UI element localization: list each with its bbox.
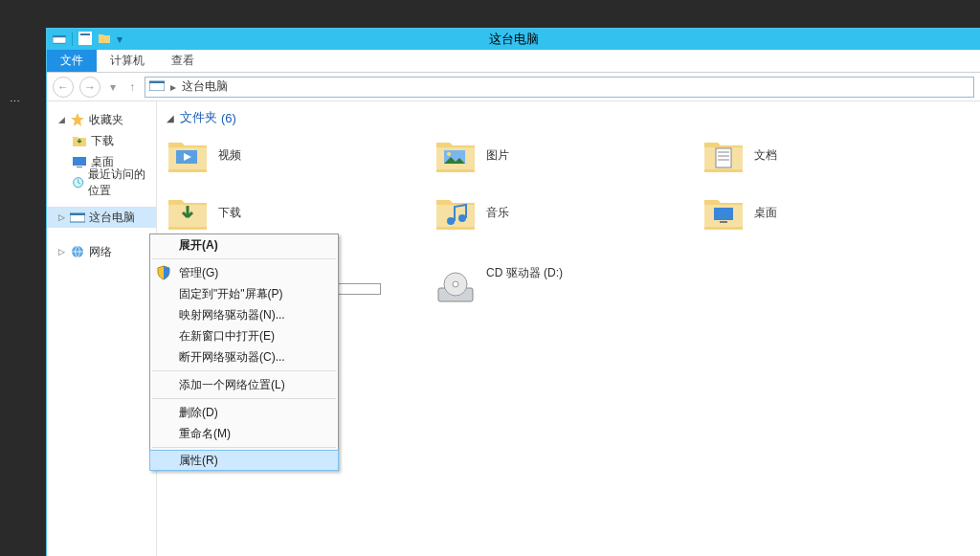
folder-label: 下载	[218, 205, 241, 221]
folder-label: 图片	[486, 147, 509, 164]
menu-item[interactable]: 管理(G)	[150, 262, 338, 283]
folder-icon	[702, 192, 745, 233]
folder-label: 文档	[754, 147, 777, 164]
folder-item[interactable]: 文档	[702, 132, 970, 178]
menu-item[interactable]: 在新窗口中打开(E)	[150, 325, 338, 346]
svg-rect-5	[149, 81, 165, 83]
menu-item-label: 固定到"开始"屏幕(P)	[179, 286, 283, 302]
sidebar-item-label: 下载	[91, 133, 114, 149]
address-bar[interactable]: ▸ 这台电脑	[145, 77, 974, 98]
breadcrumb-sep: ▸	[170, 80, 176, 94]
desktop-icon	[72, 154, 87, 169]
svg-rect-24	[720, 221, 727, 223]
menu-item[interactable]: 删除(D)	[150, 402, 338, 423]
sidebar-favorites[interactable]: ◢ 收藏夹	[47, 109, 156, 130]
system-menu-icon[interactable]	[53, 32, 66, 48]
folder-icon	[434, 135, 477, 175]
svg-rect-1	[53, 35, 66, 37]
menu-item-label: 删除(D)	[179, 405, 218, 421]
folder-label: 桌面	[754, 205, 777, 221]
menu-separator	[152, 398, 336, 399]
menu-item-label: 展开(A)	[179, 237, 218, 254]
folder-item[interactable]: 音乐	[434, 189, 702, 235]
svg-rect-3	[80, 33, 90, 35]
menu-item[interactable]: 固定到"开始"屏幕(P)	[150, 283, 338, 304]
ribbon-tab-computer[interactable]: 计算机	[97, 50, 158, 72]
menu-item[interactable]: 属性(R)	[149, 450, 339, 471]
folder-item[interactable]: 图片	[434, 132, 702, 178]
folder-item[interactable]: 视频	[167, 132, 434, 178]
menu-separator	[152, 447, 336, 448]
drive-icon	[434, 265, 477, 307]
shield-icon	[156, 265, 171, 280]
menu-item[interactable]: 映射网络驱动器(N)...	[150, 304, 338, 325]
address-icon	[149, 79, 165, 94]
star-icon	[70, 112, 85, 127]
sidebar-thispc[interactable]: ▷ 这台电脑	[47, 207, 156, 228]
navigation-pane[interactable]: ◢ 收藏夹 下载 桌面 最近访问的位置	[47, 101, 157, 556]
sidebar-item-recent[interactable]: 最近访问的位置	[47, 172, 156, 193]
twisty-icon[interactable]: ◢	[167, 113, 176, 123]
folder-down-icon	[72, 133, 87, 148]
sidebar-item-label: 最近访问的位置	[88, 167, 156, 199]
folder-icon	[702, 135, 745, 175]
recent-icon	[72, 175, 84, 190]
up-button[interactable]: ↑	[125, 77, 139, 98]
device-label: CD 驱动器 (D:)	[486, 265, 563, 281]
ribbon-tab-file[interactable]: 文件	[47, 50, 97, 72]
svg-rect-11	[70, 213, 85, 215]
svg-rect-7	[73, 157, 86, 166]
folder-label: 音乐	[486, 205, 509, 221]
twisty-icon[interactable]: ◢	[56, 115, 66, 124]
ribbon-tab-view[interactable]: 查看	[158, 50, 208, 72]
device-item[interactable]: CD 驱动器 (D:)	[434, 265, 702, 311]
svg-point-22	[458, 214, 466, 222]
folder-label: 视频	[218, 147, 241, 164]
folder-item[interactable]: 下载	[167, 189, 434, 235]
sidebar-item-downloads[interactable]: 下载	[47, 130, 156, 151]
menu-item-label: 重命名(M)	[179, 426, 231, 442]
svg-rect-8	[77, 167, 82, 167]
forward-button[interactable]: →	[79, 77, 100, 98]
menu-item-label: 管理(G)	[179, 265, 218, 281]
navigation-row: ← → ▾ ↑ ▸ 这台电脑	[47, 73, 980, 101]
qat-dropdown-icon[interactable]: ▾	[117, 33, 122, 46]
folder-item[interactable]: 桌面	[702, 189, 970, 235]
svg-rect-23	[714, 208, 733, 220]
twisty-icon[interactable]: ▷	[56, 247, 66, 256]
twisty-icon[interactable]: ▷	[56, 212, 66, 222]
menu-item[interactable]: 添加一个网络位置(L)	[150, 374, 338, 395]
menu-item-label: 在新窗口中打开(E)	[179, 328, 275, 345]
qat-properties-icon[interactable]	[78, 32, 92, 48]
menu-item[interactable]: 重命名(M)	[150, 423, 338, 444]
sidebar-network-label: 网络	[89, 244, 112, 260]
network-icon	[70, 244, 85, 259]
svg-point-21	[447, 217, 455, 225]
svg-marker-6	[71, 113, 84, 126]
svg-point-16	[447, 152, 451, 156]
desktop-edge-strip: ⋯	[0, 0, 29, 556]
section-header-folders[interactable]: ◢ 文件夹 (6)	[167, 109, 970, 126]
svg-rect-17	[716, 148, 731, 167]
section-title: 文件夹	[180, 109, 217, 126]
context-menu[interactable]: 展开(A)管理(G)固定到"开始"屏幕(P)映射网络驱动器(N)...在新窗口中…	[149, 234, 339, 471]
qat-new-folder-icon[interactable]	[98, 32, 111, 48]
qat-separator	[72, 33, 73, 46]
sidebar-thispc-label: 这台电脑	[89, 210, 135, 226]
menu-item-label: 映射网络驱动器(N)...	[179, 307, 285, 323]
back-button[interactable]: ←	[53, 77, 74, 98]
menu-item[interactable]: 展开(A)	[150, 234, 338, 256]
menu-item[interactable]: 断开网络驱动器(C)...	[150, 346, 338, 367]
folder-icon	[167, 135, 209, 175]
folder-icon	[167, 192, 209, 233]
menu-item-label: 属性(R)	[179, 453, 218, 469]
computer-icon	[70, 210, 85, 225]
menu-item-label: 添加一个网络位置(L)	[179, 377, 285, 393]
titlebar[interactable]: ▾ 这台电脑	[47, 29, 980, 50]
recent-locations-dropdown[interactable]: ▾	[106, 77, 120, 98]
ribbon-tabs: 文件 计算机 查看	[47, 50, 980, 73]
breadcrumb-root[interactable]: 这台电脑	[182, 78, 228, 95]
sidebar-favorites-label: 收藏夹	[89, 112, 123, 128]
section-count: (6)	[221, 111, 236, 125]
sidebar-network[interactable]: ▷ 网络	[47, 241, 156, 262]
